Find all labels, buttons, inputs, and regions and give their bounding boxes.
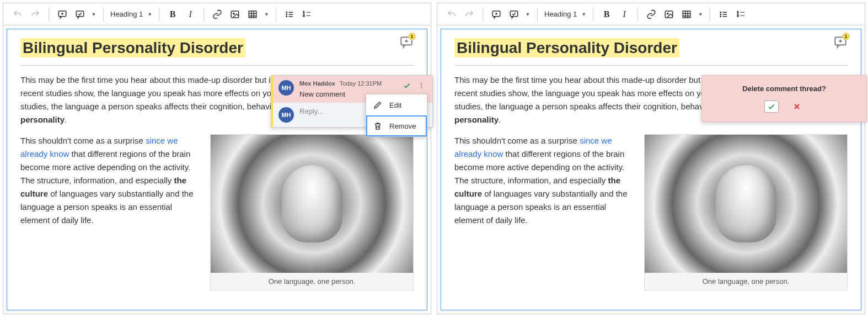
heading-label: Heading 1 [110,10,143,18]
svg-point-12 [421,85,422,86]
svg-rect-1 [76,11,84,17]
table-dropdown[interactable]: ▼ [696,7,704,22]
svg-point-7 [286,16,287,17]
comments-archive-button[interactable] [506,7,522,22]
comments-dropdown[interactable]: ▼ [90,7,98,22]
page-title[interactable]: Bilingual Personality Disorder [20,38,245,57]
link-button[interactable] [644,7,659,22]
figure[interactable]: One language, one person. [644,134,848,290]
menu-item-edit[interactable]: Edit [366,94,427,115]
comment-timestamp: Today 12:31PM [340,80,382,87]
svg-text:1: 1 [737,10,739,13]
figure-image [211,135,413,273]
paragraph[interactable]: This shouldn't come as a surprise since … [454,134,631,227]
svg-text:1: 1 [303,10,305,13]
svg-point-13 [421,87,422,88]
delete-dialog-title: Delete comment thread? [711,84,858,93]
svg-point-6 [286,14,287,15]
figure-caption[interactable]: One language, one person. [645,273,847,290]
comments-dropdown[interactable]: ▼ [524,7,532,22]
chevron-down-icon: ▼ [147,12,152,17]
comment-marker[interactable]: 1 [833,35,848,51]
svg-point-3 [233,13,234,14]
comment-count-badge: 1 [842,33,850,40]
italic-button[interactable]: I [617,7,632,22]
heading-dropdown[interactable]: Heading 1 ▼ [540,7,591,22]
editor-right: ▼ Heading 1 ▼ B I ▼ [437,3,865,314]
undo-button[interactable] [10,7,25,22]
avatar: MH [278,107,294,123]
comment-context-menu: Edit Remove [366,94,427,137]
svg-point-5 [286,12,287,13]
svg-text:2: 2 [303,13,305,17]
link-button[interactable] [210,7,225,22]
svg-point-20 [720,14,721,15]
svg-point-17 [667,13,668,14]
confirm-delete-button[interactable] [764,101,779,113]
heading-label: Heading 1 [544,10,577,18]
svg-text:2: 2 [737,13,739,17]
page-title[interactable]: Bilingual Personality Disorder [454,38,679,57]
toolbar: ▼ Heading 1 ▼ B I ▼ [437,3,865,25]
italic-button[interactable]: I [183,7,198,22]
avatar: MH [278,80,294,96]
editor-left: ▼ Heading 1 ▼ B I ▼ [3,3,431,314]
figure-image [645,135,847,273]
bulleted-list-button[interactable] [282,7,297,22]
comment-count-badge: 1 [408,33,416,40]
figure-caption[interactable]: One language, one person. [211,273,413,290]
add-comment-button[interactable] [489,7,504,22]
toolbar: ▼ Heading 1 ▼ B I ▼ [3,3,431,25]
svg-rect-4 [249,11,256,18]
paragraph[interactable]: This shouldn't come as a surprise since … [20,134,197,227]
redo-button[interactable] [28,7,43,22]
editor-content[interactable]: Bilingual Personality Disorder 1 This ma… [7,29,427,310]
bulleted-list-button[interactable] [716,7,731,22]
image-button[interactable] [661,7,677,22]
editor-content[interactable]: Bilingual Personality Disorder 1 This ma… [441,29,861,310]
svg-point-11 [421,83,422,84]
delete-comment-dialog: Delete comment thread? [701,75,867,122]
table-button[interactable] [245,7,260,22]
bold-button[interactable]: B [165,7,180,22]
table-dropdown[interactable]: ▼ [262,7,270,22]
comments-archive-button[interactable] [72,7,88,22]
image-button[interactable] [227,7,243,22]
svg-point-21 [720,16,721,17]
resolve-thread-button[interactable] [401,80,412,91]
svg-rect-18 [683,11,690,18]
numbered-list-button[interactable]: 12 [733,7,749,22]
add-comment-button[interactable] [55,7,70,22]
comment-more-button[interactable] [416,80,427,91]
undo-button[interactable] [444,7,459,22]
svg-rect-15 [510,11,518,17]
figure[interactable]: One language, one person. [210,134,414,290]
comment-marker[interactable]: 1 [399,35,414,51]
cancel-delete-button[interactable] [790,101,804,113]
comment-author: Mex Haddox [299,80,335,87]
svg-point-19 [720,12,721,13]
bold-button[interactable]: B [599,7,614,22]
redo-button[interactable] [462,7,477,22]
menu-item-remove[interactable]: Remove [366,115,427,136]
heading-dropdown[interactable]: Heading 1 ▼ [106,7,157,22]
chevron-down-icon: ▼ [581,12,586,17]
table-button[interactable] [679,7,694,22]
numbered-list-button[interactable]: 12 [299,7,315,22]
